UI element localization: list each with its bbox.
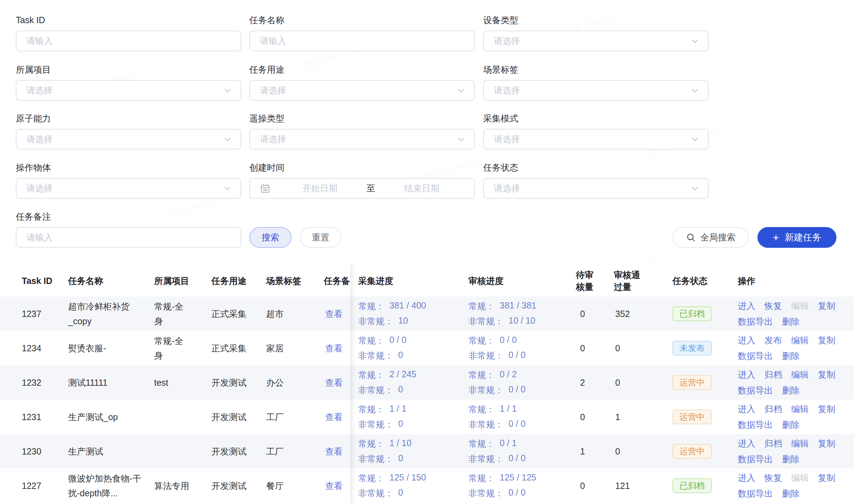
view-remark-link[interactable]: 查看 [325, 480, 343, 492]
action-export-link[interactable]: 数据导出 [738, 350, 773, 362]
action-export-link[interactable]: 数据导出 [738, 453, 773, 465]
action-archive-link[interactable]: 归档 [764, 369, 782, 380]
action-delete-link[interactable]: 删除 [782, 488, 800, 499]
task-id-input[interactable] [16, 31, 241, 51]
action-edit-link[interactable]: 编辑 [791, 438, 809, 449]
search-button[interactable]: 搜索 [249, 227, 291, 248]
action-restore-link[interactable]: 恢复 [764, 300, 782, 312]
action-edit-link[interactable]: 编辑 [791, 403, 809, 415]
action-enter-link[interactable]: 进入 [738, 300, 755, 312]
collect-mode-select[interactable]: 请选择 [483, 129, 709, 150]
action-copy-link[interactable]: 复制 [818, 403, 835, 415]
end-date-placeholder[interactable]: 结束日期 [378, 183, 466, 194]
cell-scene-tag: 工厂 [266, 400, 314, 434]
cell-actions: 进入 归档 编辑 复制 数据导出 删除 [738, 434, 854, 469]
status-badge: 已归档 [672, 478, 712, 493]
action-copy-link[interactable]: 复制 [818, 334, 835, 346]
view-remark-link[interactable]: 查看 [325, 411, 343, 423]
action-export-link[interactable]: 数据导出 [738, 316, 773, 327]
task-remark-input[interactable] [16, 227, 241, 248]
task-list-page: {{current_time}} {{current_time}} {{curr… [0, 0, 854, 504]
start-date-placeholder[interactable]: 开始日期 [276, 183, 364, 194]
filter-field-scene-tag: 场景标签 请选择 [483, 64, 709, 101]
action-enter-link[interactable]: 进入 [738, 369, 755, 380]
action-enter-link[interactable]: 进入 [738, 472, 755, 484]
new-task-button[interactable]: + 新建任务 [757, 227, 836, 248]
cell-task-status: 运营中 [672, 365, 734, 400]
chevron-down-icon [456, 135, 466, 144]
date-range-picker[interactable]: 开始日期 至 结束日期 [249, 178, 475, 199]
action-edit-link[interactable]: 编辑 [791, 369, 809, 380]
scene-tag-select[interactable]: 请选择 [483, 80, 709, 101]
action-archive-link[interactable]: 归档 [764, 403, 782, 415]
action-copy-link[interactable]: 复制 [818, 438, 835, 449]
table-row: 1227 微波炉加热食物-干扰-depth降... 算法专用 开发测试 餐厅 查… [0, 469, 854, 503]
action-delete-link[interactable]: 删除 [782, 350, 800, 362]
action-restore-link[interactable]: 恢复 [764, 472, 782, 484]
new-task-label: 新建任务 [785, 231, 821, 244]
view-remark-link[interactable]: 查看 [325, 308, 343, 320]
purpose-select[interactable]: 请选择 [249, 80, 475, 101]
cell-task-name: 生产测试_op [68, 400, 144, 434]
project-select[interactable]: 请选择 [16, 80, 241, 101]
cell-task-id: 1231 [22, 400, 60, 434]
cell-task-id: 1237 [22, 297, 60, 331]
col-task-id: Task ID [22, 265, 60, 297]
action-copy-link[interactable]: 复制 [818, 300, 835, 312]
field-label: 场景标签 [483, 64, 709, 75]
filter-field-purpose: 任务用途 请选择 [249, 64, 475, 101]
cell-collect-progress: 常规：2 / 245 非常规：0 [358, 365, 460, 400]
filter-field-atomic-ability: 原子能力 请选择 [16, 113, 241, 150]
field-label: 任务状态 [483, 162, 709, 173]
action-delete-link[interactable]: 删除 [782, 316, 800, 327]
task-name-input[interactable] [249, 31, 475, 51]
status-badge: 运营中 [672, 444, 712, 459]
global-search-button[interactable]: 全局搜索 [672, 227, 749, 248]
task-status-select[interactable]: 请选择 [483, 178, 709, 199]
cell-purpose: 正式采集 [211, 331, 259, 365]
reset-button[interactable]: 重置 [300, 227, 341, 248]
view-remark-link[interactable]: 查看 [325, 377, 343, 389]
action-export-link[interactable]: 数据导出 [738, 488, 773, 499]
action-copy-link[interactable]: 复制 [818, 369, 835, 380]
col-review-progress: 审核进度 [468, 265, 569, 297]
action-delete-link[interactable]: 删除 [782, 453, 800, 465]
cell-remark: 查看 [325, 297, 348, 331]
atomic-ability-select[interactable]: 请选择 [16, 129, 241, 150]
col-task-status: 任务状态 [672, 265, 734, 297]
action-delete-link[interactable]: 删除 [782, 385, 800, 396]
action-publish-link[interactable]: 发布 [764, 334, 782, 346]
action-export-link[interactable]: 数据导出 [738, 419, 773, 431]
action-edit-link[interactable]: 编辑 [791, 334, 809, 346]
select-placeholder: 请选择 [494, 133, 690, 145]
action-export-link[interactable]: 数据导出 [738, 385, 773, 396]
filter-field-object: 操作物体 请选择 [16, 162, 241, 199]
device-type-select[interactable]: 请选择 [483, 31, 709, 51]
cell-review-progress: 常规：0 / 0 非常规：0 / 0 [468, 331, 569, 365]
cell-task-id: 1234 [22, 331, 60, 365]
action-enter-link[interactable]: 进入 [738, 403, 755, 415]
cell-review-progress: 常规：1 / 1 非常规：0 / 0 [468, 400, 569, 434]
cell-remark: 查看 [325, 434, 348, 469]
col-remark: 任务备注 [324, 265, 350, 297]
view-remark-link[interactable]: 查看 [325, 446, 343, 457]
view-remark-link[interactable]: 查看 [325, 343, 343, 354]
action-archive-link[interactable]: 归档 [764, 438, 782, 449]
action-enter-link[interactable]: 进入 [738, 438, 755, 449]
cell-actions: 进入 恢复 编辑 复制 数据导出 删除 [738, 297, 854, 331]
filter-field-task-remark: 任务备注 [16, 211, 241, 248]
object-select[interactable]: 请选择 [16, 178, 241, 199]
field-label: 原子能力 [16, 113, 241, 124]
cell-scene-tag: 办公 [266, 365, 314, 400]
cell-purpose: 正式采集 [211, 297, 259, 331]
global-search-label: 全局搜索 [701, 232, 736, 243]
cell-collect-progress: 常规：125 / 150 非常规：0 [358, 469, 460, 503]
cell-approved-count: 352 [615, 297, 661, 331]
field-label: 任务名称 [249, 15, 475, 25]
teleop-type-select[interactable]: 请选择 [249, 129, 475, 150]
cell-task-name: 超市冷鲜柜补货_copy [68, 297, 144, 331]
action-delete-link[interactable]: 删除 [782, 419, 800, 431]
table-row: 1234 熨烫衣服- 常规-全身 正式采集 家居 查看 常规：0 / 0 非常规… [0, 331, 854, 365]
action-copy-link[interactable]: 复制 [818, 472, 835, 484]
action-enter-link[interactable]: 进入 [738, 334, 755, 346]
